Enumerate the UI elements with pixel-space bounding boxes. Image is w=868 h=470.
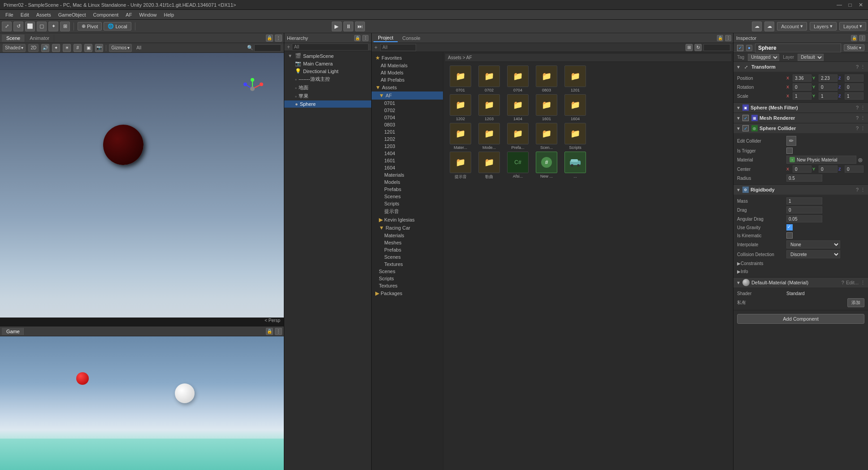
proj-rc-textures[interactable]: Textures bbox=[372, 261, 443, 268]
asset-scen[interactable]: 📁Scen... bbox=[533, 123, 560, 150]
proj-0702[interactable]: 0702 bbox=[372, 107, 443, 114]
add-private-button[interactable]: 添加 bbox=[847, 298, 864, 307]
tab-project[interactable]: Project bbox=[373, 34, 398, 42]
project-filter-input[interactable] bbox=[703, 44, 730, 51]
tab-animator[interactable]: Animator bbox=[25, 35, 54, 42]
proj-af[interactable]: ▼ AF bbox=[372, 91, 443, 100]
asset-racing-car-icon[interactable]: ... bbox=[562, 152, 589, 180]
sphere-collider-enabled[interactable]: ✓ bbox=[742, 125, 749, 131]
transform-header[interactable]: ▼ ⤢ Transform ? ⋮ bbox=[733, 62, 868, 72]
default-material-header[interactable]: ▼ Default-Material (Material) ? Edit... … bbox=[733, 278, 868, 287]
proj-models[interactable]: Models bbox=[372, 178, 443, 186]
maximize-button[interactable]: □ bbox=[846, 1, 854, 9]
scene-fx-button[interactable]: ✦ bbox=[52, 44, 60, 52]
scene-sun-button[interactable]: ☀ bbox=[63, 44, 71, 52]
layout-dropdown[interactable]: Layout ▾ bbox=[839, 22, 866, 30]
shaded-dropdown[interactable]: Shaded▾ bbox=[3, 44, 26, 52]
asset-gequ[interactable]: 📁歌曲 bbox=[476, 152, 503, 180]
project-search-input[interactable]: All bbox=[380, 44, 416, 51]
proj-all-materials[interactable]: All Materials bbox=[372, 62, 443, 69]
tab-scene[interactable]: Scene bbox=[2, 35, 25, 42]
asset-0704[interactable]: 📁0704 bbox=[504, 65, 531, 92]
scene-render-button[interactable]: ▣ bbox=[84, 44, 92, 52]
center-y-input[interactable] bbox=[819, 165, 838, 173]
proj-rc-prefabs[interactable]: Prefabs bbox=[372, 246, 443, 253]
sphere-collider-header[interactable]: ▼ ✓ ◎ Sphere Collider ? ⋮ bbox=[733, 123, 868, 133]
scene-audio-button[interactable]: 🔊 bbox=[41, 44, 49, 52]
rot-z-input[interactable] bbox=[845, 83, 864, 91]
add-component-button[interactable]: Add Component bbox=[737, 314, 864, 324]
pos-z-input[interactable] bbox=[845, 74, 864, 82]
asset-afsi[interactable]: C#Afsi... bbox=[504, 152, 531, 180]
transform-scale-tool[interactable]: ⬜ bbox=[25, 22, 35, 31]
close-button[interactable]: ✕ bbox=[857, 1, 864, 9]
is-kinematic-checkbox[interactable] bbox=[786, 232, 793, 239]
proj-rc-scenes[interactable]: Scenes bbox=[372, 253, 443, 261]
hierarchy-lock[interactable]: 🔒 bbox=[354, 35, 360, 41]
proj-1201[interactable]: 1201 bbox=[372, 128, 443, 135]
tag-select[interactable]: Untagged bbox=[748, 54, 779, 61]
proj-rc-materials[interactable]: Materials bbox=[372, 232, 443, 239]
transform-rotate-tool[interactable]: ↺ bbox=[13, 22, 23, 31]
proj-1202[interactable]: 1202 bbox=[372, 135, 443, 143]
asset-prefa[interactable]: 📁Prefa... bbox=[504, 123, 531, 150]
proj-1601[interactable]: 1601 bbox=[372, 157, 443, 164]
asset-new-material[interactable]: # New ... bbox=[533, 152, 560, 180]
pos-y-input[interactable] bbox=[819, 74, 838, 82]
proj-rc-meshes[interactable]: Meshes bbox=[372, 239, 443, 246]
menu-help[interactable]: Help bbox=[161, 11, 178, 18]
proj-all-prefabs[interactable]: All Prefabs bbox=[372, 76, 443, 83]
hierarchy-item-sphere[interactable]: ● Sphere bbox=[284, 100, 371, 108]
hierarchy-item-gamemaster[interactable]: ◦ -------游戏主控 bbox=[284, 75, 371, 83]
static-toggle[interactable]: Static ▾ bbox=[844, 44, 864, 51]
hierarchy-item-maincamera[interactable]: 📷 Main Camera bbox=[284, 60, 371, 67]
hierarchy-menu[interactable]: ⋮ bbox=[362, 35, 369, 41]
inspector-lock[interactable]: 🔒 bbox=[851, 35, 857, 41]
proj-kevin[interactable]: ▶Kevin Iglesias bbox=[372, 216, 443, 224]
pivot-toggle[interactable]: ⊕ Pivot bbox=[78, 22, 102, 30]
menu-gameobject[interactable]: GameObject bbox=[55, 11, 90, 18]
project-lock[interactable]: 🔒 bbox=[717, 35, 723, 41]
rot-y-input[interactable] bbox=[819, 83, 838, 91]
rot-x-input[interactable] bbox=[793, 83, 812, 91]
proj-assets[interactable]: ▼ Assets bbox=[372, 83, 443, 91]
center-x-input[interactable] bbox=[793, 165, 812, 173]
scene-menu-button[interactable]: ⋮ bbox=[275, 35, 282, 42]
proj-0704[interactable]: 0704 bbox=[372, 114, 443, 121]
proj-1203[interactable]: 1203 bbox=[372, 143, 443, 150]
local-toggle[interactable]: 🌐 Local bbox=[104, 22, 131, 30]
proj-0803[interactable]: 0803 bbox=[372, 121, 443, 128]
object-enabled-checkbox[interactable]: ✓ bbox=[737, 45, 743, 51]
asset-1202[interactable]: 📁1202 bbox=[447, 94, 474, 121]
hierarchy-item-ground[interactable]: ◦ 地面 bbox=[284, 83, 371, 92]
pause-button[interactable]: ⏸ bbox=[343, 22, 353, 31]
tab-game[interactable]: Game bbox=[2, 328, 25, 335]
proj-favorites[interactable]: ★ Favorites bbox=[372, 54, 443, 62]
collab-button[interactable]: ☁ bbox=[752, 22, 762, 31]
game-lock-button[interactable]: 🔒 bbox=[266, 328, 273, 335]
transform-rect-tool[interactable]: ▢ bbox=[37, 22, 47, 31]
proj-1404[interactable]: 1404 bbox=[372, 150, 443, 157]
project-view-toggle[interactable]: ⊞ bbox=[686, 44, 693, 51]
transform-all-tool[interactable]: ✦ bbox=[48, 22, 58, 31]
scene-lock-button[interactable]: 🔒 bbox=[266, 35, 273, 42]
center-z-input[interactable] bbox=[845, 165, 864, 173]
mesh-renderer-enabled[interactable]: ✓ bbox=[742, 115, 749, 121]
mesh-renderer-header[interactable]: ▼ ✓ ▦ Mesh Renderer ? ⋮ bbox=[733, 113, 868, 123]
project-menu[interactable]: ⋮ bbox=[725, 35, 731, 41]
hierarchy-item-samplescene[interactable]: ▼ 🎬 SampleScene bbox=[284, 52, 371, 60]
scene-grid-button[interactable]: # bbox=[74, 44, 82, 52]
all-toggle[interactable]: All bbox=[136, 45, 141, 50]
interpolate-select[interactable]: None Interpolate Extrapolate bbox=[786, 240, 840, 248]
asset-1201[interactable]: 📁1201 bbox=[562, 65, 589, 92]
layer-select[interactable]: Default bbox=[798, 54, 824, 61]
proj-0701[interactable]: 0701 bbox=[372, 100, 443, 107]
proj-scenes[interactable]: Scenes bbox=[372, 193, 443, 200]
drag-input[interactable] bbox=[786, 206, 822, 213]
proj-textures-root[interactable]: Textures bbox=[372, 282, 443, 289]
asset-1604[interactable]: 📁1604 bbox=[562, 94, 589, 121]
hierarchy-item-directionallight[interactable]: 💡 Directional Light bbox=[284, 67, 371, 75]
edit-collider-button[interactable]: ✏ bbox=[786, 136, 796, 146]
game-menu-button[interactable]: ⋮ bbox=[275, 328, 282, 335]
mesh-filter-header[interactable]: ▼ ▣ Sphere (Mesh Filter) ? ⋮ bbox=[733, 103, 868, 113]
